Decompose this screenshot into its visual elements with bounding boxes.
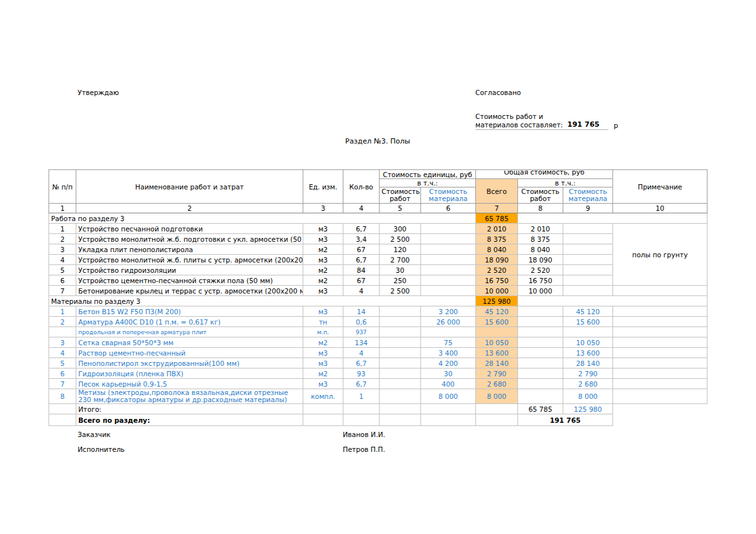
cost-underline: Стоимость работ и материалов составляет:… (475, 112, 609, 130)
cell-unit: м3 (303, 379, 343, 389)
cell-total: 15 600 (476, 317, 518, 327)
header-num: № п/п (49, 170, 76, 204)
cell-unit: компл. (303, 389, 343, 404)
cell-name: Песок карьерный 0,9-1,5 (76, 379, 303, 389)
col-number: 9 (563, 204, 613, 213)
cell-num: 5 (49, 358, 76, 368)
header-unit-material-cost: Стоимость материала (421, 187, 476, 204)
cell-work: 8 040 (518, 244, 563, 255)
header-total-cost-group-label: Общая стоимость, руб (478, 171, 610, 178)
cell-unit: м2 (303, 337, 343, 348)
cell-unit: м2 (303, 368, 343, 379)
cell-total: 10 050 (476, 337, 518, 348)
cell-empty (421, 414, 476, 426)
cell-unit_mat: 3 200 (421, 306, 476, 317)
cell-work (518, 337, 563, 348)
cell-work (518, 348, 563, 358)
cell-work (518, 389, 563, 404)
cell-note (613, 286, 707, 296)
cell-unit: тн (303, 317, 343, 327)
cell-mat: 2 680 (563, 379, 613, 389)
header-qty: Кол-во (343, 170, 380, 204)
cell-total: 2 520 (476, 265, 518, 275)
col-number: 1 (49, 204, 76, 213)
cell-qty: 6,7 (343, 224, 380, 234)
cell-work: 2 010 (518, 224, 563, 234)
column-numbers-row: 1 2 3 4 5 6 7 8 9 10 (49, 204, 707, 213)
cell-unit_work (380, 337, 421, 348)
cell-name: Сетка сварная 50*50*3 мм (76, 337, 303, 348)
cell-num: 1 (49, 224, 76, 234)
table-header: № п/п Наименование работ и затрат Ед. из… (49, 170, 707, 213)
cell-name: Устройство гидроизоляции (76, 265, 303, 275)
cell-unit_mat: 3 400 (421, 348, 476, 358)
table-row: 3Сетка сварная 50*50*3 ммм21347510 05010… (49, 337, 707, 348)
cell-work (518, 317, 563, 327)
cell-unit_mat: 26 000 (421, 317, 476, 327)
cell-num: 6 (49, 275, 76, 286)
cell-unit_mat: 8 000 (421, 389, 476, 404)
cell-total: 18 090 (476, 255, 518, 265)
totals-section: Итого: 65 785 125 980 Всего по разделу: (49, 404, 707, 426)
cell-qty: 6,7 (343, 379, 380, 389)
cell-qty: 6,7 (343, 358, 380, 368)
material-rows: 1Бетон В15 W2 F50 П3(М 200)м3143 20045 1… (49, 306, 707, 404)
cell-unit_mat (421, 265, 476, 275)
cell-mat (563, 224, 613, 234)
table-row: 6Гидроизоляция (пленка ПВХ)м293302 7902 … (49, 368, 707, 379)
estimate-document: Утверждаю Согласовано Стоимость работ и … (0, 0, 756, 534)
header-note: Примечание (613, 170, 707, 204)
cell-note (613, 306, 707, 317)
itogo-material-total: 125 980 (563, 404, 613, 414)
cell-mat (563, 265, 613, 275)
cell-unit_work (380, 348, 421, 358)
cell-note (613, 317, 707, 327)
cell-work: 10 000 (518, 286, 563, 296)
cell-empty (380, 404, 421, 414)
cost-note-label: Стоимость работ и материалов составляет: (475, 112, 563, 129)
table-row: 4Раствор цементно-песчанныйм343 40013 60… (49, 348, 707, 358)
cell-qty: 937 (343, 327, 380, 337)
cell-num: 3 (49, 244, 76, 255)
header-total-material-cost: Стоимость материала (563, 187, 613, 204)
cell-unit_work (380, 306, 421, 317)
header-unit: Ед. изм. (303, 170, 343, 204)
cell-blank (613, 404, 707, 414)
header-total: Всего (476, 179, 518, 204)
work-section-total: 65 785 (476, 213, 518, 224)
cell-qty: 4 (343, 348, 380, 358)
col-number: 3 (303, 204, 343, 213)
cell-unit_mat (421, 286, 476, 296)
cell-unit_work: 250 (380, 275, 421, 286)
materials-section-label: Материалы по разделу 3 (49, 296, 476, 306)
contractor-name: Петров П.П. (343, 445, 385, 453)
cell-qty: 14 (343, 306, 380, 317)
cell-num (49, 327, 76, 337)
cell-total: 8 040 (476, 244, 518, 255)
cell-unit_work (380, 327, 421, 337)
cell-unit: м3 (303, 255, 343, 265)
approve-left-label: Утверждаю (78, 89, 119, 97)
cell-empty (303, 414, 343, 426)
cell-total: 8 000 (476, 389, 518, 404)
cell-empty (343, 414, 380, 426)
cell-empty (49, 414, 76, 426)
cell-note (613, 358, 707, 368)
col-number: 2 (76, 204, 303, 213)
header-unit-work-cost: Стоимость работ (380, 187, 421, 204)
cell-name: Арматура А400С D10 (1 п.м. = 0,617 кг) (76, 317, 303, 327)
cell-unit_mat: 400 (421, 379, 476, 389)
cell-mat (563, 244, 613, 255)
materials-section-row: Материалы по разделу 3 125 980 (49, 296, 707, 306)
cell-num: 7 (49, 379, 76, 389)
cell-work (518, 368, 563, 379)
itogo-label: Итого: (76, 404, 303, 414)
cell-qty: 84 (343, 265, 380, 275)
table-row: 8Метизы (электроды,проволока вязальная,д… (49, 389, 707, 404)
col-number: 8 (518, 204, 563, 213)
cell-unit_mat (421, 327, 476, 337)
cell-qty: 6,7 (343, 255, 380, 265)
cell-name: Бетон В15 W2 F50 П3(М 200) (76, 306, 303, 317)
cell-mat (563, 275, 613, 286)
cell-work (518, 379, 563, 389)
